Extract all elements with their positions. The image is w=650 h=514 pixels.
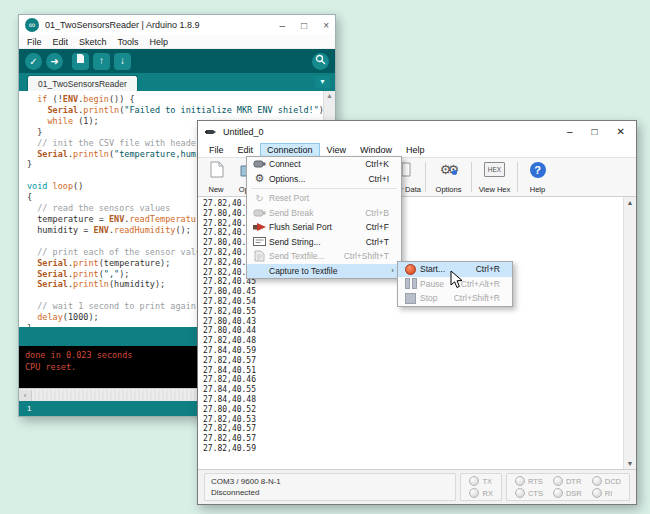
serial-line: 27.82,40.57 [203, 434, 636, 444]
coolterm-menu-help[interactable]: Help [399, 143, 432, 157]
menu-item-label: Send Break [269, 208, 357, 218]
coolterm-menu-edit[interactable]: Edit [231, 143, 261, 157]
arduino-minimize-button[interactable]: – [280, 20, 286, 31]
new-sketch-icon[interactable] [72, 53, 89, 70]
serial-line: 27.84,40.51 [203, 366, 636, 376]
menu-item-send-textfile[interactable]: Send Textfile...Ctrl+Shift+T [247, 249, 401, 264]
code-line: if (!ENV.begin()) { [27, 94, 335, 105]
coolterm-maximize-button[interactable]: □ [592, 126, 598, 137]
menu-item-shortcut: Ctrl+Shift+T [344, 251, 398, 261]
send-string-icon [250, 237, 269, 247]
data-scrollbar[interactable]: ▲ ▼ [623, 197, 636, 469]
txrx-led-group: TXRX [460, 473, 501, 501]
led-label: RTS [528, 477, 543, 486]
open-icon[interactable]: ↑ [93, 53, 110, 70]
led-label: TX [482, 477, 492, 486]
menu-item-flush-serial-port[interactable]: Flush Serial PortCtrl+F [247, 220, 401, 235]
coolterm-title-bar[interactable]: Untitled_0 – □ ✕ [198, 121, 636, 142]
arduino-menu-file[interactable]: File [27, 37, 42, 47]
coolterm-menu-file[interactable]: File [202, 143, 231, 157]
led-label: DCD [605, 477, 621, 486]
menu-item-shortcut: Ctrl+R [476, 264, 509, 274]
save-icon[interactable]: ↓ [114, 53, 131, 70]
arduino-menu-edit[interactable]: Edit [53, 37, 69, 47]
new-file-icon [209, 161, 224, 178]
menu-item-reset-port[interactable]: ↻Reset Port [247, 191, 401, 206]
options-button[interactable]: ⚙⚙Options [428, 159, 469, 195]
toolbar-button-label: New [208, 185, 223, 194]
menu-item-shortcut: Ctrl+T [366, 237, 398, 247]
arduino-maximize-button[interactable]: □ [301, 20, 307, 31]
menu-item-send-break[interactable]: Send BreakCtrl+B [247, 206, 401, 221]
menu-item-shortcut: Ctrl+F [366, 222, 398, 232]
rts-led: RTS [515, 476, 543, 486]
menu-item-capture-to-textfile[interactable]: Capture to Textfile› [247, 264, 401, 279]
toolbar-separator [425, 162, 426, 192]
tab-dropdown-icon[interactable]: ▼ [315, 76, 330, 88]
plug-icon [250, 159, 269, 169]
upload-icon[interactable]: ➜ [46, 53, 63, 70]
toolbar-button-label: Options [436, 185, 462, 194]
arduino-close-button[interactable]: × [323, 20, 329, 31]
serial-monitor-icon[interactable] [312, 53, 329, 70]
tab-sketch[interactable]: 01_TwoSensorsReader [27, 75, 138, 91]
coolterm-minimize-button[interactable]: – [567, 126, 573, 137]
menu-item-label: Send String... [269, 237, 358, 247]
led-indicator-icon [592, 476, 602, 486]
serial-line: 27.82,40.59 [203, 444, 636, 454]
serial-line: 27.84,40.55 [203, 385, 636, 395]
port-settings-text: COM3 / 9600 8-N-1 [211, 476, 449, 487]
toolbar-separator [517, 162, 518, 192]
connection-menu: ConnectCtrl+K⚙Options...Ctrl+I↻Reset Por… [246, 156, 402, 279]
arduino-menu-tools[interactable]: Tools [118, 37, 139, 47]
connection-state-text: Disconnected [211, 487, 449, 498]
menu-item-shortcut: Ctrl+Alt+R [461, 279, 509, 289]
led-label: RX [482, 489, 492, 498]
stop-icon [401, 293, 420, 304]
coolterm-menu-connection[interactable]: Connection [260, 143, 320, 157]
editor-scroll-up-icon[interactable]: ▲ [324, 91, 335, 101]
menu-item-label: Send Textfile... [269, 251, 336, 261]
ri-led: RI [592, 488, 621, 498]
arduino-menu-sketch[interactable]: Sketch [79, 37, 107, 47]
verify-icon[interactable]: ✓ [25, 53, 42, 70]
coolterm-close-button[interactable]: ✕ [617, 126, 625, 137]
new-button[interactable]: New [200, 159, 232, 195]
arduino-menu-help[interactable]: Help [150, 37, 169, 47]
hscroll-left-icon[interactable]: ‹ [19, 390, 32, 401]
submenu-item-stop[interactable]: StopCtrl+Shift+R [398, 291, 512, 306]
arduino-toolbar: ✓ ➜ ↑ ↓ [19, 49, 335, 73]
led-label: DTR [566, 477, 581, 486]
options-gears-icon: ⚙⚙ [440, 161, 457, 178]
menu-item-connect[interactable]: ConnectCtrl+K [247, 157, 401, 172]
menu-item-send-string[interactable]: Send String...Ctrl+T [247, 235, 401, 250]
serial-line: 27.82,40.53 [203, 415, 636, 425]
arduino-title-bar[interactable]: ∞ 01_TwoSensorsReader | Arduino 1.8.9 – … [19, 15, 335, 35]
coolterm-menu-window[interactable]: Window [353, 143, 399, 157]
led-label: RI [605, 489, 613, 498]
arduino-logo-icon: ∞ [25, 18, 39, 32]
menu-separator [251, 188, 397, 189]
coolterm-menu-bar: FileEditConnectionViewWindowHelp [198, 142, 636, 157]
mouse-cursor [450, 270, 463, 289]
led-indicator-icon [469, 488, 479, 498]
serial-line: 27.82,40.55 [203, 307, 636, 317]
menu-item-shortcut: Ctrl+K [365, 159, 398, 169]
scroll-up-icon[interactable]: ▲ [624, 197, 636, 208]
led-indicator-icon [515, 488, 525, 498]
led-label: CTS [528, 489, 543, 498]
dtr-led: DTR [553, 476, 582, 486]
coolterm-menu-view[interactable]: View [320, 143, 353, 157]
code-line: Serial.println("Failed to initialize MKR… [27, 105, 335, 116]
help-button[interactable]: ?Help [520, 159, 555, 195]
desktop: ∞ 01_TwoSensorsReader | Arduino 1.8.9 – … [0, 0, 650, 514]
led-indicator-icon [553, 476, 563, 486]
menu-item-options[interactable]: ⚙Options...Ctrl+I [247, 172, 401, 187]
menu-item-shortcut: Ctrl+I [368, 174, 398, 184]
menu-item-shortcut: Ctrl+Shift+R [454, 293, 509, 303]
pause-icon [401, 278, 420, 289]
view-hex-button[interactable]: HEXView Hex [474, 159, 515, 195]
led-indicator-icon [469, 476, 479, 486]
menu-item-label: Stop [420, 293, 446, 303]
scroll-down-icon[interactable]: ▼ [624, 458, 636, 469]
